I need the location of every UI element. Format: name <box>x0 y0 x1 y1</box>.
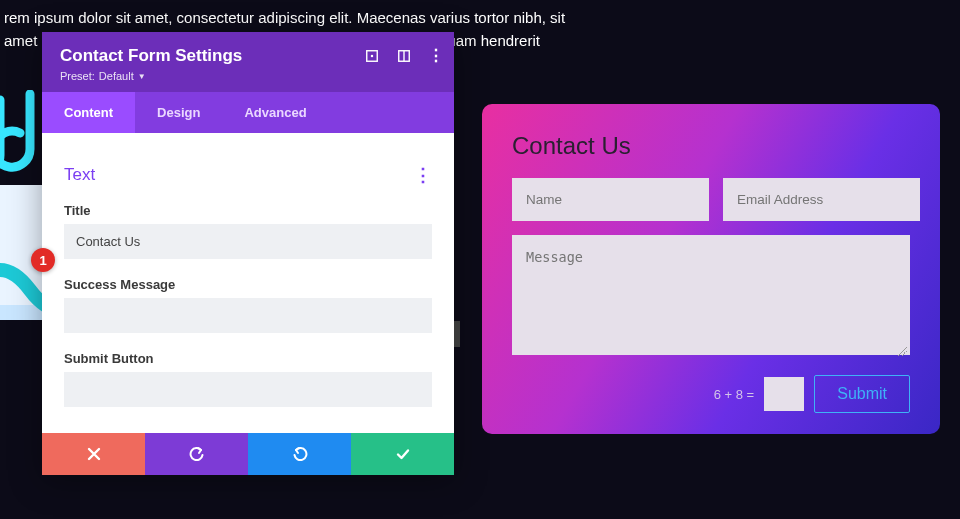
background-line-2-right: uam hendrerit <box>447 29 540 52</box>
email-field[interactable] <box>723 178 920 221</box>
contact-form-preview: Contact Us 6 + 8 = Submit <box>482 104 940 434</box>
form-heading: Contact Us <box>512 132 910 160</box>
title-label: Title <box>64 203 432 218</box>
background-line-1: rem ipsum dolor sit amet, consectetur ad… <box>4 6 956 29</box>
snap-columns-icon[interactable] <box>396 48 412 64</box>
submit-button[interactable]: Submit <box>814 375 910 413</box>
success-message-input[interactable] <box>64 298 432 333</box>
expand-icon[interactable] <box>364 48 380 64</box>
success-message-label: Success Message <box>64 277 432 292</box>
section-text-title: Text <box>64 165 95 185</box>
tab-design[interactable]: Design <box>135 92 222 133</box>
background-line-2-left: amet <box>4 29 37 52</box>
chevron-down-icon: ▼ <box>138 72 146 81</box>
title-input[interactable] <box>64 224 432 259</box>
save-button[interactable] <box>351 433 454 475</box>
submit-button-label: Submit Button <box>64 351 432 366</box>
panel-header: Contact Form Settings Preset: Default ▼ … <box>42 32 454 92</box>
captcha-answer-field[interactable] <box>764 377 804 411</box>
tab-content[interactable]: Content <box>42 92 135 133</box>
message-field[interactable] <box>512 235 910 355</box>
redo-button[interactable] <box>248 433 351 475</box>
textarea-resize-grip[interactable] <box>897 346 907 356</box>
svg-point-3 <box>371 55 373 57</box>
panel-body: Text ⋮ Title Success Message Submit Butt… <box>42 133 454 433</box>
kebab-menu-icon[interactable]: ⋮ <box>428 48 444 64</box>
preset-selector[interactable]: Preset: Default ▼ <box>60 70 436 82</box>
undo-button[interactable] <box>145 433 248 475</box>
panel-tabs: Content Design Advanced <box>42 92 454 133</box>
tab-advanced[interactable]: Advanced <box>222 92 328 133</box>
captcha-question: 6 + 8 = <box>714 387 754 402</box>
step-badge: 1 <box>31 248 55 272</box>
panel-footer <box>42 433 454 475</box>
name-field[interactable] <box>512 178 709 221</box>
submit-button-input[interactable] <box>64 372 432 407</box>
resize-handle[interactable] <box>454 321 460 347</box>
settings-panel: 1 Contact Form Settings Preset: Default … <box>42 32 454 475</box>
cancel-button[interactable] <box>42 433 145 475</box>
